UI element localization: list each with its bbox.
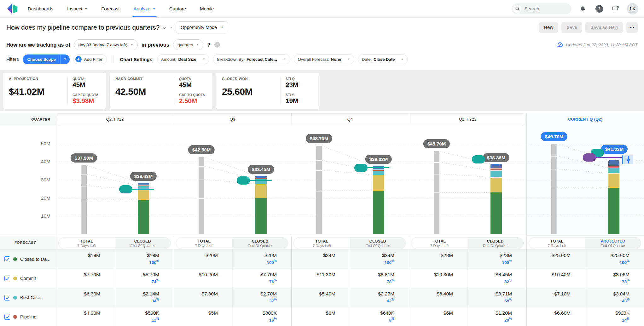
percent-sign: %: [392, 317, 394, 320]
row-checkbox[interactable]: [4, 276, 10, 281]
save-as-new-button[interactable]: Save as New: [585, 22, 623, 33]
setting-label: Date:: [362, 57, 372, 62]
row-header: Commit: [0, 269, 56, 288]
percent-sign: %: [509, 278, 512, 282]
caret-down-icon[interactable]: ▼: [60, 54, 70, 64]
clari-logo[interactable]: [6, 0, 19, 17]
cell-percent: 100%: [502, 259, 512, 265]
avatar[interactable]: LK: [627, 3, 638, 14]
column-header-total: TOTAL7 Days Left: [176, 237, 232, 249]
period-selector-value: quarters: [177, 43, 193, 47]
help-icon[interactable]: ?: [594, 4, 604, 14]
row-checkbox[interactable]: [4, 314, 10, 320]
choose-scope-label: Choose Scope: [23, 54, 60, 64]
choose-scope-button[interactable]: Choose Scope ▼: [23, 54, 69, 64]
title-chevron-down-icon[interactable]: [163, 25, 166, 31]
kpi-side-metric: QUOTA45M: [179, 77, 212, 89]
percent-number: 100: [267, 260, 274, 265]
pace-marker: [237, 176, 250, 185]
day-selector[interactable]: day 83 (today: 7 days left) ▼: [74, 39, 138, 50]
total-bar-notch: [316, 191, 322, 192]
nav-item-inspect[interactable]: Inspect▼: [67, 0, 87, 17]
cell-value: $7.10M: [554, 291, 571, 297]
page-title: How does my pipeline compare to previous…: [6, 24, 160, 31]
cell-value: $6.40M: [437, 291, 453, 297]
kpi-side-value: 2.50M: [179, 97, 212, 105]
percent-number: 78: [387, 279, 392, 284]
table-row: Closed to Da...$19M$19M100%$20M$20M100%$…: [0, 249, 644, 269]
row-checkbox[interactable]: [4, 256, 10, 262]
table-cell: $800K16%: [232, 307, 291, 326]
kpi-side-label: QUOTA: [73, 77, 106, 81]
stack-segment-best-case: [608, 168, 619, 173]
cell-value: $10.20M: [199, 272, 218, 277]
series-name: Pipeline: [20, 314, 37, 319]
more-options-button[interactable]: ···: [626, 22, 638, 33]
column-header-total: TOTAL7 Days Left: [411, 237, 467, 249]
setting-date[interactable]: Date: Close Date ▼: [358, 54, 408, 64]
column-header-title: CLOSED: [369, 239, 386, 243]
percent-sign: %: [392, 259, 394, 263]
save-button[interactable]: Save: [561, 22, 582, 33]
row-checkbox[interactable]: [4, 295, 10, 300]
column-header-title: TOTAL: [315, 239, 328, 243]
chevron-down-icon: ▼: [153, 7, 155, 10]
column-header-3: TOTAL7 Days LeftCLOSEDEnd Of Quarter: [411, 237, 524, 249]
series-name: Commit: [20, 276, 36, 281]
nav-label: Capture: [169, 6, 186, 11]
stack-segment-projection-gap: [255, 175, 267, 178]
stack-segment-best-case: [373, 171, 384, 175]
tracking-prefix: How are we tracking as of: [6, 42, 70, 48]
new-button[interactable]: New: [539, 22, 558, 33]
column-header-total: TOTAL7 Days Left: [294, 237, 350, 249]
series-name: Closed to Da...: [20, 257, 50, 262]
table-cell: $640K8%: [350, 307, 409, 326]
setting-breakdown-by[interactable]: Breakdown By: Forecast Cate... ▼: [213, 54, 290, 64]
kpi-main: HARD COMMIT 42.50M: [115, 77, 174, 105]
percent-sign: %: [156, 317, 159, 320]
closed-value-label: $28.63M: [130, 172, 157, 181]
cell-value: $8.81M: [378, 272, 394, 277]
nav-item-capture[interactable]: Capture: [169, 0, 186, 17]
cell-value: $19M: [88, 253, 100, 258]
setting-amount[interactable]: Amount: Deal Size ▼: [157, 54, 209, 64]
percent-number: 12: [152, 318, 156, 323]
search-input[interactable]: [524, 6, 565, 11]
period-selector[interactable]: quarters ▼: [173, 39, 203, 50]
setting-overall-forecast[interactable]: Overall Forecast: None ▼: [294, 54, 354, 64]
table-cell: $7.75M76%: [232, 269, 291, 288]
cell-value: $3.71M: [496, 291, 512, 297]
mode-selector[interactable]: Opportunity Mode ▼: [176, 21, 228, 33]
cell-value: $10.30M: [434, 272, 453, 277]
day-selector-value: day 83 (today: 7 days left): [78, 43, 127, 47]
search-box[interactable]: [512, 3, 571, 14]
tracking-middle: in previous: [142, 42, 169, 48]
nav-item-analyze[interactable]: Analyze▼: [134, 0, 155, 17]
table-cell: $8.45M82%: [467, 269, 526, 288]
info-icon[interactable]: i: [214, 42, 220, 48]
caret-down-icon: ▼: [283, 58, 286, 61]
column-header-0: TOTAL7 Days LeftCLOSEDEnd Of Quarter: [58, 237, 171, 249]
nav-item-mobile[interactable]: Mobile: [200, 0, 214, 17]
add-filter-button[interactable]: + Add Filter: [73, 54, 107, 64]
pace-marker: [119, 185, 132, 193]
pace-marker: [472, 155, 485, 163]
table-cell: $6.40M: [409, 288, 467, 307]
nav-item-dashboards[interactable]: Dashboards: [28, 0, 53, 17]
nav-item-forecast[interactable]: Forecast: [101, 0, 119, 17]
table-cell: $19M: [56, 250, 115, 269]
cell-value: $23M: [441, 253, 453, 258]
column-header-sub: 7 Days Left: [430, 244, 449, 248]
projection-drag-handle[interactable]: [622, 155, 633, 164]
notifications-bell-icon[interactable]: [578, 4, 588, 14]
subcolumn-divider: [232, 249, 233, 326]
setting-value: Close Date: [374, 57, 395, 62]
display-settings-icon[interactable]: [611, 4, 621, 14]
total-bar: [316, 146, 322, 234]
percent-number: 16: [269, 318, 274, 323]
cell-percent: 82%: [504, 278, 512, 284]
percent-number: 100: [620, 260, 627, 265]
percent-sign: %: [274, 259, 277, 263]
cell-value: $1.20M: [496, 310, 512, 316]
drag-handle-mark: [627, 158, 630, 161]
